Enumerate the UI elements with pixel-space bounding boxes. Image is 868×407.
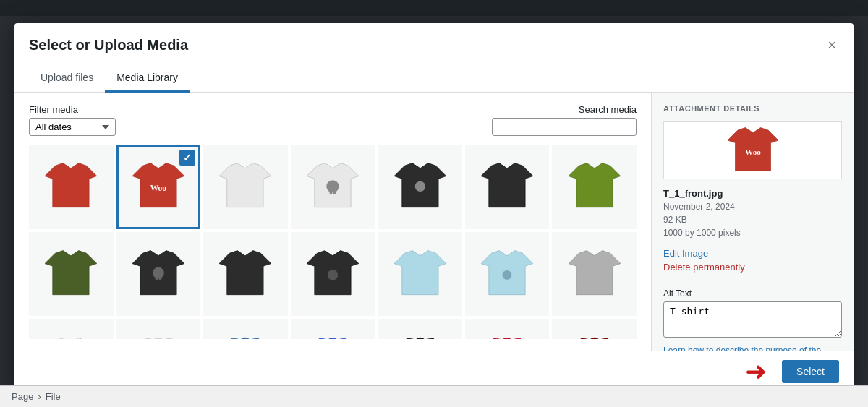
- media-item[interactable]: [203, 232, 288, 317]
- media-item[interactable]: [378, 319, 462, 339]
- attachment-date: November 2, 2024: [663, 200, 842, 213]
- tab-upload-files[interactable]: Upload files: [29, 64, 105, 93]
- edit-image-link[interactable]: Edit Image: [663, 248, 842, 259]
- media-item[interactable]: [291, 232, 375, 317]
- media-item[interactable]: [29, 319, 114, 339]
- media-item[interactable]: [29, 145, 114, 229]
- svg-point-22: [503, 270, 512, 280]
- svg-marker-17: [219, 251, 271, 295]
- svg-text:Woo: Woo: [745, 147, 761, 156]
- svg-marker-3: [219, 163, 271, 207]
- attachment-actions: Edit Image Delete permanently: [663, 248, 842, 275]
- attachment-details-title: ATTACHMENT DETAILS: [663, 104, 842, 113]
- modal-close-button[interactable]: ×: [825, 35, 839, 55]
- attachment-info: T_1_front.jpg November 2, 2024 92 KB 100…: [663, 188, 842, 239]
- svg-text:Woo: Woo: [150, 184, 167, 192]
- breadcrumb-file: File: [46, 391, 61, 402]
- svg-marker-0: [45, 163, 97, 207]
- modal-tabs: Upload files Media Library: [14, 64, 854, 93]
- search-label: Search media: [579, 104, 637, 115]
- breadcrumb-page: Page: [12, 391, 33, 402]
- svg-marker-20: [394, 251, 446, 295]
- svg-point-29: [240, 337, 250, 339]
- svg-point-35: [502, 337, 512, 339]
- modal-title: Select or Upload Media: [29, 37, 188, 53]
- media-item[interactable]: [203, 145, 288, 229]
- media-item[interactable]: [116, 319, 201, 339]
- svg-point-37: [590, 337, 600, 339]
- filter-label: Filter media: [29, 104, 116, 115]
- tab-media-library[interactable]: Media Library: [105, 64, 190, 93]
- media-item[interactable]: [291, 145, 375, 229]
- svg-marker-24: [45, 338, 97, 339]
- media-item[interactable]: [552, 232, 637, 317]
- svg-point-33: [414, 337, 425, 339]
- svg-rect-7: [333, 191, 336, 194]
- attachment-sidebar: ATTACHMENT DETAILS Woo T_1_front.jpg Nov…: [651, 93, 854, 351]
- modal-body: Filter media All dates Search media: [14, 93, 854, 351]
- svg-point-5: [326, 181, 339, 193]
- filter-bar: Filter media All dates Search media: [29, 104, 637, 136]
- modal-overlay: Select or Upload Media × Upload files Me…: [0, 16, 868, 385]
- date-filter-select[interactable]: All dates: [29, 118, 116, 136]
- media-item[interactable]: [203, 319, 288, 339]
- breadcrumb-separator: ›: [38, 391, 41, 402]
- svg-marker-10: [481, 163, 533, 207]
- alt-text-field: Alt Text T-shirt Learn how to describe t…: [663, 288, 842, 351]
- media-item[interactable]: [291, 319, 375, 339]
- attachment-size: 92 KB: [663, 213, 842, 226]
- media-item[interactable]: [465, 145, 550, 229]
- selected-checkmark: ✓: [179, 150, 195, 166]
- svg-rect-6: [330, 191, 333, 194]
- svg-marker-12: [45, 251, 97, 295]
- breadcrumb-bar: Page › File: [0, 385, 868, 407]
- media-grid-scroll[interactable]: ✓ Woo: [29, 145, 637, 339]
- media-item[interactable]: [378, 232, 462, 317]
- media-item[interactable]: [116, 232, 201, 317]
- attachment-filename: T_1_front.jpg: [663, 188, 842, 199]
- media-modal: Select or Upload Media × Upload files Me…: [14, 23, 854, 392]
- svg-marker-23: [569, 251, 621, 295]
- media-item[interactable]: [465, 232, 550, 317]
- media-item[interactable]: [29, 232, 114, 317]
- media-grid: ✓ Woo: [29, 145, 637, 339]
- svg-point-31: [328, 337, 338, 339]
- svg-rect-16: [159, 276, 162, 279]
- media-item-selected[interactable]: ✓ Woo: [116, 145, 201, 229]
- attachment-preview: Woo: [663, 121, 842, 179]
- svg-point-9: [414, 181, 425, 192]
- filter-group: Filter media All dates: [29, 104, 116, 136]
- search-input[interactable]: [492, 118, 637, 136]
- svg-point-14: [153, 267, 164, 279]
- svg-rect-15: [156, 276, 158, 279]
- media-item[interactable]: [552, 145, 637, 229]
- preview-image: Woo: [728, 125, 778, 176]
- svg-marker-11: [569, 163, 621, 207]
- search-group: Search media: [492, 104, 637, 136]
- admin-bar: [0, 0, 868, 16]
- attachment-dimensions: 1000 by 1000 pixels: [663, 226, 842, 239]
- alt-text-input[interactable]: T-shirt: [663, 301, 842, 338]
- select-button[interactable]: Select: [782, 360, 839, 383]
- media-item[interactable]: [378, 145, 462, 229]
- media-item[interactable]: [552, 319, 637, 339]
- learn-link[interactable]: Learn how to describe the purpose of the…: [663, 346, 821, 351]
- media-grid-area: Filter media All dates Search media: [14, 93, 651, 351]
- svg-point-19: [328, 270, 338, 280]
- delete-permanently-link[interactable]: Delete permanently: [663, 262, 842, 273]
- arrow-indicator: ➜: [745, 359, 767, 385]
- svg-point-27: [153, 337, 163, 339]
- alt-text-label: Alt Text: [663, 288, 842, 299]
- media-item[interactable]: [465, 319, 550, 339]
- modal-header: Select or Upload Media ×: [14, 23, 854, 64]
